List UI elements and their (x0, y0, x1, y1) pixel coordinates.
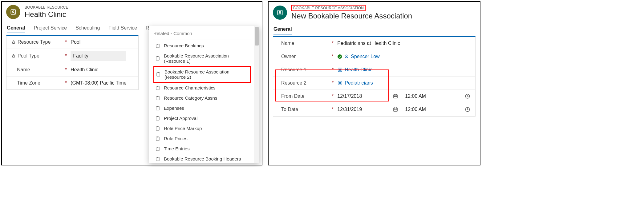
clock-icon[interactable] (465, 93, 470, 99)
entity-icon (273, 6, 287, 20)
menu-label: Bookable Resource Booking Headers (164, 156, 241, 161)
from-date-value[interactable]: 12/17/2018 (337, 93, 362, 99)
required-star: * (332, 107, 334, 112)
resource1-label: Resource 1 (281, 67, 306, 73)
menu-role-price-markup[interactable]: Role Price Markup (153, 123, 251, 133)
bookable-resource-form: BOOKABLE RESOURCE Health Clinic General … (1, 1, 262, 165)
to-date-value[interactable]: 12/31/2019 (337, 107, 362, 112)
field-from-date[interactable]: From Date * 12/17/2018 12:00 AM (273, 90, 475, 103)
lock-icon (11, 54, 16, 58)
resource1-lookup[interactable]: Health Clinic (337, 67, 470, 73)
field-resource-type[interactable]: Resource Type * Pool (6, 36, 138, 49)
check-icon (337, 54, 342, 59)
clipboard-icon (155, 43, 160, 48)
scrollbar-thumb[interactable] (255, 27, 259, 46)
required-star: * (332, 67, 334, 73)
clipboard-icon (155, 106, 160, 111)
related-heading: Related - Common (153, 30, 251, 39)
field-name[interactable]: Name * Pediatricians at Health Clinic (273, 37, 475, 50)
clock-icon[interactable] (465, 107, 470, 112)
tab-general[interactable]: General (7, 25, 25, 33)
related-flyout-list: Related - Common Resource Bookings Booka… (149, 26, 254, 163)
resource-icon (337, 67, 343, 73)
pool-type-label: Pool Type (18, 53, 39, 59)
tab-project-service[interactable]: Project Service (34, 25, 67, 33)
required-star: * (332, 80, 334, 86)
clipboard-icon (156, 72, 161, 77)
person-icon (344, 54, 349, 59)
name-label: Name (17, 67, 30, 73)
menu-brb-headers[interactable]: Bookable Resource Booking Headers (153, 154, 251, 163)
clipboard-icon (155, 157, 160, 161)
menu-label: Expenses (164, 105, 184, 111)
required-star: * (65, 53, 67, 59)
clipboard-icon (155, 85, 160, 90)
menu-expenses[interactable]: Expenses (153, 103, 251, 113)
from-date-label: From Date (281, 93, 305, 99)
field-resource-1[interactable]: Resource 1 * Health Clinic (273, 63, 475, 77)
required-star: * (332, 93, 334, 99)
scrollbar[interactable] (254, 26, 259, 163)
general-section: Name * Pediatricians at Health Clinic Ow… (273, 36, 476, 117)
menu-bra-resource-1[interactable]: Bookable Resource Association (Resource … (153, 51, 251, 66)
related-flyout: Related - Common Resource Bookings Booka… (149, 26, 259, 163)
clipboard-icon (155, 146, 160, 151)
resource2-value: Pediatricians (345, 80, 373, 86)
menu-time-entries[interactable]: Time Entries (153, 144, 251, 154)
clipboard-icon (155, 136, 160, 141)
menu-label: Resource Category Assns (164, 95, 217, 101)
required-star: * (65, 67, 67, 73)
required-star: * (332, 54, 334, 59)
field-time-zone[interactable]: Time Zone * (GMT-08:00) Pacific Time (6, 77, 138, 89)
field-resource-2[interactable]: Resource 2 * Pediatricians (273, 77, 475, 90)
menu-label: Resource Bookings (164, 43, 204, 48)
clipboard-icon (155, 96, 160, 101)
menu-label: Resource Characteristics (164, 85, 216, 90)
calendar-icon[interactable] (393, 93, 398, 99)
field-to-date[interactable]: To Date * 12/31/2019 12:00 AM (273, 103, 475, 116)
menu-label: Project Approval (164, 116, 197, 121)
resource-icon (337, 80, 343, 86)
owner-value: Spencer Low (351, 54, 379, 59)
menu-resource-characteristics[interactable]: Resource Characteristics (153, 83, 251, 93)
required-star: * (65, 39, 67, 45)
clipboard-icon (155, 126, 160, 131)
resource2-lookup[interactable]: Pediatricians (337, 80, 470, 86)
calendar-icon[interactable] (393, 107, 398, 112)
menu-label: Bookable Resource Association (Resource … (164, 53, 249, 64)
entity-icon (6, 5, 20, 19)
resource2-label: Resource 2 (281, 80, 306, 86)
resource1-value: Health Clinic (345, 67, 372, 73)
menu-label: Role Prices (164, 136, 188, 141)
field-owner[interactable]: Owner * Spencer Low (273, 50, 475, 63)
entity-label: BOOKABLE RESOURCE ASSOCIATION (291, 5, 366, 11)
required-star: * (65, 80, 67, 86)
name-label: Name (281, 41, 294, 46)
menu-resource-bookings[interactable]: Resource Bookings (153, 41, 251, 51)
to-time-value[interactable]: 12:00 AM (405, 107, 426, 112)
entity-label: BOOKABLE RESOURCE (25, 5, 68, 10)
from-time-value[interactable]: 12:00 AM (405, 93, 426, 99)
menu-project-approval[interactable]: Project Approval (153, 113, 251, 123)
to-date-label: To Date (281, 107, 298, 112)
tab-scheduling[interactable]: Scheduling (75, 25, 100, 33)
entity-title: Health Clinic (25, 10, 68, 19)
menu-resource-category-assns[interactable]: Resource Category Assns (153, 93, 251, 103)
menu-role-prices[interactable]: Role Prices (153, 133, 251, 144)
header-text: BOOKABLE RESOURCE ASSOCIATION New Bookab… (291, 5, 412, 20)
clipboard-icon (155, 56, 160, 61)
menu-label: Time Entries (164, 146, 190, 151)
tab-bar: General (269, 22, 480, 34)
menu-bra-resource-2[interactable]: Bookable Resource Association (Resource … (153, 66, 251, 83)
menu-label: Bookable Resource Association (Resource … (164, 69, 248, 80)
resource-type-value: Pool (71, 39, 133, 45)
tab-field-service[interactable]: Field Service (108, 25, 137, 33)
tab-general[interactable]: General (273, 26, 292, 34)
field-pool-type[interactable]: Pool Type * Facility (6, 49, 138, 63)
pool-type-value: Facility (71, 51, 126, 61)
owner-lookup[interactable]: Spencer Low (337, 54, 470, 59)
form-header: BOOKABLE RESOURCE ASSOCIATION New Bookab… (269, 2, 480, 22)
entity-title: New Bookable Resource Association (291, 12, 412, 20)
field-name[interactable]: Name * Health Clinic (6, 63, 138, 77)
header-text: BOOKABLE RESOURCE Health Clinic (25, 5, 68, 19)
